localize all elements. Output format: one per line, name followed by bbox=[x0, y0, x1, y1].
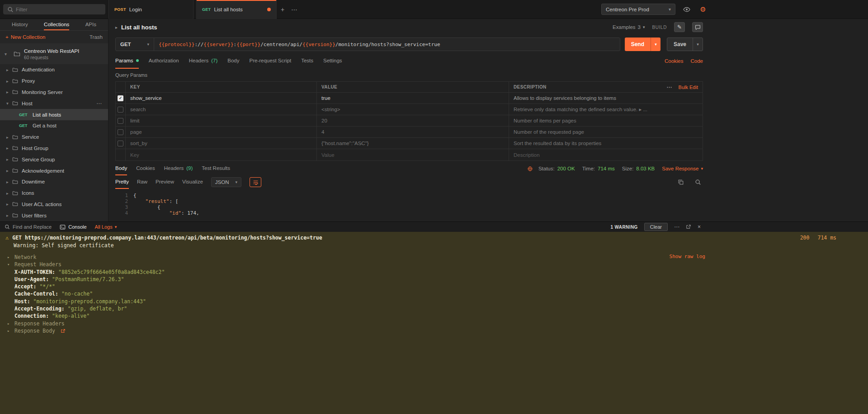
sidebar-folder-acknowledgement[interactable]: ▸ Acknowledgement bbox=[0, 165, 108, 176]
more-actions-icon[interactable]: ⋯ bbox=[96, 100, 104, 107]
console-log[interactable]: ⚠ GET https://monitoring-preprod.company… bbox=[0, 232, 868, 414]
sidebar-folder-downtime[interactable]: ▸ Downtime bbox=[0, 176, 108, 188]
param-key[interactable]: search bbox=[126, 104, 317, 115]
checkbox-unchecked[interactable] bbox=[118, 107, 123, 113]
param-description[interactable]: Retrieve only data matching the defined … bbox=[509, 104, 703, 115]
filter-input[interactable] bbox=[3, 4, 105, 14]
show-raw-log-link[interactable]: Show raw log bbox=[670, 254, 705, 259]
param-description[interactable]: Number of items per pages bbox=[509, 115, 703, 126]
comments-button[interactable] bbox=[692, 22, 703, 32]
sidebar-folder-host-group[interactable]: ▸ Host Group bbox=[0, 143, 108, 154]
sidebar-folder-user-filters[interactable]: ▸ User filters bbox=[0, 210, 108, 221]
param-key[interactable]: limit bbox=[126, 115, 317, 126]
param-row-page[interactable]: page 4 Number of the requested page bbox=[116, 127, 703, 138]
param-description-placeholder[interactable]: Description bbox=[509, 149, 703, 160]
response-tab-body[interactable]: Body bbox=[115, 162, 127, 175]
param-value[interactable]: 4 bbox=[317, 127, 509, 137]
param-value[interactable]: <string> bbox=[317, 104, 509, 115]
tab-settings[interactable]: Settings bbox=[323, 53, 342, 69]
tab-options-button[interactable]: ⋯ bbox=[288, 0, 300, 19]
param-key-placeholder[interactable]: Key bbox=[126, 149, 317, 160]
param-key[interactable]: show_service bbox=[126, 93, 317, 104]
new-tab-button[interactable]: + bbox=[277, 0, 288, 19]
section-request-headers[interactable]: ▾ Request Headers bbox=[5, 261, 863, 268]
param-value[interactable]: true bbox=[317, 93, 509, 104]
param-value-placeholder[interactable]: Value bbox=[317, 149, 509, 160]
tab-history[interactable]: History bbox=[12, 19, 28, 30]
external-link-icon[interactable] bbox=[61, 329, 66, 334]
settings-gear-icon[interactable]: ⚙ bbox=[698, 5, 708, 14]
new-collection-button[interactable]: + New Collection bbox=[5, 34, 45, 40]
chevron-right-icon[interactable]: ▸ bbox=[115, 25, 118, 30]
response-tab-headers[interactable]: Headers (9) bbox=[164, 162, 193, 175]
request-tab-login[interactable]: POST Login bbox=[108, 0, 193, 19]
param-key[interactable]: page bbox=[126, 127, 317, 137]
find-and-replace-button[interactable]: Find and Replace bbox=[5, 224, 52, 230]
console-tab[interactable]: Console bbox=[60, 224, 86, 230]
section-response-body[interactable]: ▸ Response Body bbox=[5, 327, 863, 334]
console-more-icon[interactable]: ⋯ bbox=[674, 224, 679, 230]
params-more-icon[interactable]: ⋯ bbox=[666, 84, 672, 90]
copy-response-button[interactable] bbox=[676, 177, 686, 187]
bulk-edit-link[interactable]: Bulk Edit bbox=[679, 85, 698, 90]
section-response-headers[interactable]: ▸ Response Headers bbox=[5, 320, 863, 327]
checkbox-unchecked[interactable] bbox=[118, 141, 123, 146]
sidebar-folder-proxy[interactable]: ▸ Proxy bbox=[0, 75, 108, 87]
checkbox-unchecked[interactable] bbox=[118, 118, 123, 124]
open-in-new-window-icon[interactable] bbox=[686, 224, 691, 230]
tab-authorization[interactable]: Authorization bbox=[149, 53, 179, 69]
param-description[interactable]: Number of the requested page bbox=[509, 127, 703, 137]
view-tab-visualize[interactable]: Visualize bbox=[182, 175, 203, 189]
section-network[interactable]: ▸ Network bbox=[5, 254, 863, 261]
tab-params[interactable]: Params bbox=[115, 53, 139, 69]
request-tab-list-all-hosts[interactable]: GET List all hosts bbox=[196, 0, 277, 19]
examples-dropdown[interactable]: Examples 3 ▾ bbox=[613, 24, 645, 30]
tab-collections[interactable]: Collections bbox=[44, 19, 69, 30]
sidebar-folder-icons[interactable]: ▸ Icons bbox=[0, 188, 108, 199]
close-console-icon[interactable]: × bbox=[698, 224, 701, 230]
environment-selector[interactable]: Centreon Pre Prod ▾ bbox=[601, 4, 675, 15]
log-filter-dropdown[interactable]: All Logs ▾ bbox=[95, 224, 117, 230]
method-selector[interactable]: GET ▾ bbox=[116, 38, 154, 51]
view-tab-pretty[interactable]: Pretty bbox=[115, 175, 129, 189]
param-description[interactable]: Sort the resulted data by its properties bbox=[509, 138, 703, 149]
param-row-limit[interactable]: limit 20 Number of items per pages bbox=[116, 115, 703, 127]
collection-centreon-web-restapi[interactable]: ▾ Centreon Web RestAPI 60 requests bbox=[0, 43, 108, 64]
tab-pre-request-script[interactable]: Pre-request Script bbox=[250, 53, 292, 69]
url-input[interactable]: {{protocol}}://{{server}}:{{port}}/centr… bbox=[154, 38, 620, 51]
documentation-edit-button[interactable]: ✎ bbox=[674, 22, 685, 32]
sidebar-folder-monitoring-server[interactable]: ▸ Monitoring Server bbox=[0, 87, 108, 98]
chevron-down-icon[interactable]: ▾ bbox=[693, 38, 703, 51]
sidebar-folder-service-group[interactable]: ▸ Service Group bbox=[0, 154, 108, 165]
tab-apis[interactable]: APIs bbox=[85, 19, 96, 30]
param-value[interactable]: 20 bbox=[317, 115, 509, 126]
view-tab-raw[interactable]: Raw bbox=[137, 175, 147, 189]
param-row-search[interactable]: search <string> Retrieve only data match… bbox=[116, 104, 703, 115]
cookies-link[interactable]: Cookies bbox=[665, 58, 684, 64]
search-response-button[interactable] bbox=[693, 177, 703, 187]
tab-body[interactable]: Body bbox=[227, 53, 239, 69]
sidebar-folder-user-acl-actions[interactable]: ▸ User ACL actions bbox=[0, 199, 108, 210]
param-row-sort-by[interactable]: sort_by {"host.name":"ASC"} Sort the res… bbox=[116, 138, 703, 149]
sidebar-folder-service[interactable]: ▸ Service bbox=[0, 132, 108, 143]
sidebar-folder-authentication[interactable]: ▸ Authentication bbox=[0, 64, 108, 75]
sidebar-request-get-a-host[interactable]: GET Get a host bbox=[0, 120, 108, 132]
tab-headers[interactable]: Headers (7) bbox=[189, 53, 218, 69]
save-response-dropdown[interactable]: Save Response ▾ bbox=[662, 166, 703, 171]
save-button[interactable]: Save ▾ bbox=[667, 38, 703, 51]
param-row-empty[interactable]: Key Value Description bbox=[116, 149, 703, 160]
response-tab-test-results[interactable]: Test Results bbox=[202, 162, 230, 175]
chevron-down-icon[interactable]: ▾ bbox=[651, 38, 660, 51]
sidebar-request-list-all-hosts[interactable]: GET List all hosts bbox=[0, 109, 108, 120]
response-tab-cookies[interactable]: Cookies bbox=[136, 162, 155, 175]
code-link[interactable]: Code bbox=[691, 58, 703, 64]
checkbox-checked[interactable]: ✓ bbox=[118, 95, 123, 101]
checkbox-unchecked[interactable] bbox=[118, 129, 123, 135]
sidebar-folder-host[interactable]: ▾ Host ⋯ bbox=[0, 98, 108, 109]
param-description[interactable]: Allows to display services belonging to … bbox=[509, 93, 703, 104]
network-icon[interactable] bbox=[527, 166, 533, 172]
param-key[interactable]: sort_by bbox=[126, 138, 317, 149]
response-body-viewer[interactable]: 1 2 3 4 { "result": [ { "id": 174, bbox=[115, 189, 703, 221]
environment-quick-look-button[interactable] bbox=[682, 5, 692, 14]
tab-tests[interactable]: Tests bbox=[301, 53, 313, 69]
